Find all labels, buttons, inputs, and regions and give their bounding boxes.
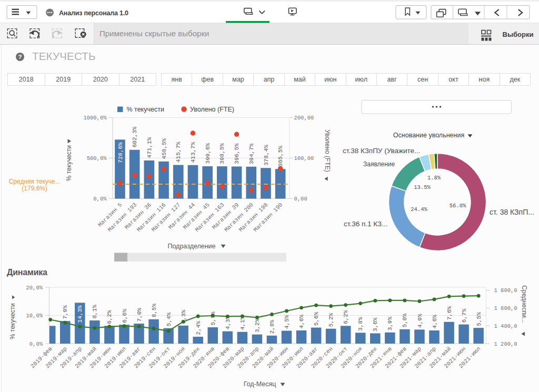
svg-text:ТЕКУЧЕСТЬ: ТЕКУЧЕСТЬ xyxy=(32,50,96,62)
svg-text:5,6%: 5,6% xyxy=(313,311,320,326)
svg-text:1.8%: 1.8% xyxy=(427,175,441,181)
svg-text:1 800,0: 1 800,0 xyxy=(494,287,517,294)
svg-text:13.5%: 13.5% xyxy=(414,184,431,190)
svg-text:4,5%: 4,5% xyxy=(284,315,290,329)
svg-text:8,1%: 8,1% xyxy=(92,305,98,319)
svg-text:0,0%: 0,0% xyxy=(29,341,43,347)
svg-text:4,6%: 4,6% xyxy=(298,315,305,329)
svg-text:Выборки: Выборки xyxy=(503,31,534,38)
svg-text:5,0%: 5,0% xyxy=(402,314,408,328)
svg-text:365,5%: 365,5% xyxy=(277,146,284,167)
svg-text:14,3%: 14,3% xyxy=(77,305,83,323)
svg-text:4,6%: 4,6% xyxy=(432,315,438,329)
svg-text:5,2%: 5,2% xyxy=(328,313,334,327)
svg-text:415,7%: 415,7% xyxy=(175,142,182,163)
svg-text:Средняя текуче...: Средняя текуче... xyxy=(9,178,61,185)
svg-text:Уволено (FTE): Уволено (FTE) xyxy=(324,129,331,172)
svg-text:(179,6%): (179,6%) xyxy=(22,185,47,192)
svg-text:24.4%: 24.4% xyxy=(411,206,427,213)
svg-text:6,6%: 6,6% xyxy=(122,309,128,323)
svg-text:1 200,0: 1 200,0 xyxy=(494,341,517,347)
svg-text:0,0%: 0,0% xyxy=(93,196,107,202)
svg-text:1000,0%: 1000,0% xyxy=(83,115,107,121)
svg-text:Динамика: Динамика xyxy=(7,268,47,277)
svg-text:Среднеспи...: Среднеспи... xyxy=(521,285,528,323)
svg-text:378,4%: 378,4% xyxy=(263,145,270,166)
svg-text:458,5%: 458,5% xyxy=(161,138,167,159)
svg-text:ст.36 п.1 КЗ...: ст.36 п.1 КЗ... xyxy=(344,220,387,228)
svg-text:% текучести: % текучести xyxy=(65,145,73,182)
svg-text:500,0%: 500,0% xyxy=(87,155,107,162)
svg-text:399,6%: 399,6% xyxy=(205,143,211,164)
svg-text:728,6%: 728,6% xyxy=(117,142,124,163)
svg-text:471,1%: 471,1% xyxy=(146,137,153,158)
svg-text:6,2%: 6,2% xyxy=(343,310,349,324)
svg-text:7,0%: 7,0% xyxy=(136,308,143,322)
svg-text:7,9%: 7,9% xyxy=(62,305,68,319)
svg-text:Основание увольнения: Основание увольнения xyxy=(393,132,464,139)
svg-text:ст. 38 КЗпП...: ст. 38 КЗпП... xyxy=(490,208,534,216)
svg-text:Уволено (FTE): Уволено (FTE) xyxy=(190,106,234,113)
svg-text:4,9%: 4,9% xyxy=(417,314,423,328)
svg-text:5,7%: 5,7% xyxy=(210,311,216,326)
svg-text:6,7%: 6,7% xyxy=(461,308,467,323)
svg-text:1 600,0: 1 600,0 xyxy=(494,305,517,311)
svg-text:10,0%: 10,0% xyxy=(26,313,43,319)
svg-text:Год-Месяц: Год-Месяц xyxy=(244,380,276,388)
svg-text:Заявление: Заявление xyxy=(363,160,395,168)
svg-text:396,5%: 396,5% xyxy=(234,143,240,164)
svg-text:Подразделение: Подразделение xyxy=(167,243,215,250)
svg-text:100,00: 100,00 xyxy=(294,155,314,162)
svg-text:398,5%: 398,5% xyxy=(219,143,225,164)
svg-text:5,5%: 5,5% xyxy=(476,312,482,326)
svg-text:2,4%: 2,4% xyxy=(195,321,202,335)
svg-text:3,2%: 3,2% xyxy=(254,318,261,333)
svg-text:8,5%: 8,5% xyxy=(151,304,157,318)
svg-text:56.0%: 56.0% xyxy=(450,203,466,209)
svg-text:0,00: 0,00 xyxy=(294,196,307,202)
svg-text:3,8%: 3,8% xyxy=(357,317,364,331)
svg-text:602,3%: 602,3% xyxy=(132,126,138,147)
svg-text:200,00: 200,00 xyxy=(294,115,314,121)
svg-text:20,0%: 20,0% xyxy=(26,285,43,291)
svg-text:4,1%: 4,1% xyxy=(239,316,246,330)
svg-text:?: ? xyxy=(18,54,22,60)
svg-text:% текучести: % текучести xyxy=(9,303,16,339)
svg-text:% текучести: % текучести xyxy=(127,106,164,113)
svg-text:5,4%: 5,4% xyxy=(166,312,172,326)
svg-text:3,6%: 3,6% xyxy=(372,317,378,331)
svg-text:6,2%: 6,2% xyxy=(107,310,113,324)
svg-text:2,8%: 2,8% xyxy=(269,319,275,334)
svg-text:413,7%: 413,7% xyxy=(190,142,196,163)
svg-text:7,6%: 7,6% xyxy=(446,306,453,320)
svg-text:Анализ персонала 1.0: Анализ персонала 1.0 xyxy=(59,9,128,17)
svg-text:3,9%: 3,9% xyxy=(387,317,393,331)
svg-text:ст.38 КЗпПУ (Уважите...: ст.38 КЗпПУ (Уважите... xyxy=(343,147,420,155)
svg-text:394,7%: 394,7% xyxy=(248,143,255,164)
svg-text:1 400,0: 1 400,0 xyxy=(494,323,517,329)
